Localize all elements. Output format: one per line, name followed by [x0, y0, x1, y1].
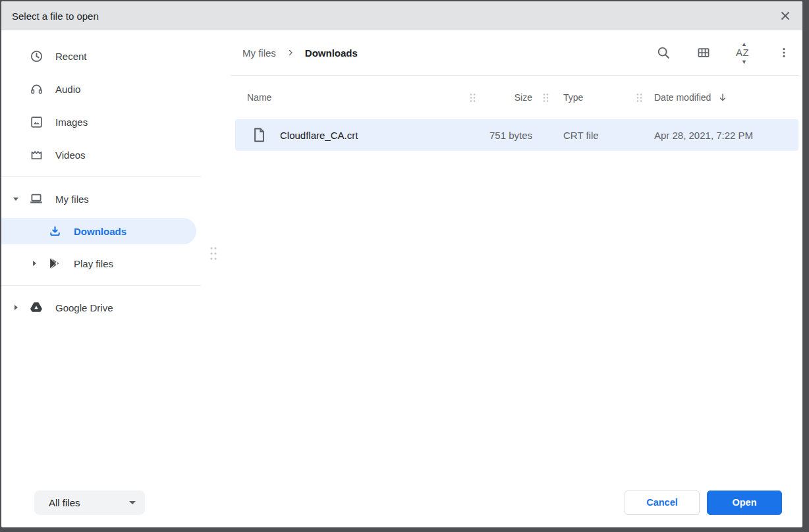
footer-bar: All files Cancel Open [1, 477, 802, 527]
search-icon [656, 45, 671, 60]
title-bar: Select a file to open [1, 1, 802, 30]
column-resize-handle[interactable] [632, 91, 646, 104]
open-button[interactable]: Open [707, 491, 782, 515]
sidebar-item-label: Google Drive [55, 302, 113, 313]
sidebar-item-downloads[interactable]: Downloads [1, 218, 196, 244]
sort-az-icon: AZ▲▼ [735, 45, 752, 61]
headphones-icon [29, 82, 43, 96]
column-header-date-modified[interactable]: Date modified [646, 92, 798, 103]
breadcrumb-my-files[interactable]: My files [242, 47, 276, 59]
chevron-right-icon [30, 259, 38, 267]
sidebar-item-recent[interactable]: Recent [1, 40, 207, 72]
file-list-empty-area [207, 151, 802, 477]
download-icon [47, 225, 62, 238]
table-header: Name Size Type Date modified [235, 76, 798, 119]
grid-view-button[interactable] [690, 40, 717, 66]
file-type-select[interactable]: All files [34, 491, 145, 515]
sidebar-resize-handle[interactable] [208, 245, 219, 262]
chevron-down-icon [12, 195, 20, 203]
chevron-right-icon [12, 304, 20, 311]
sidebar-item-images[interactable]: Images [1, 105, 207, 138]
image-icon [29, 115, 43, 129]
cancel-button[interactable]: Cancel [625, 491, 700, 515]
sort-options-button[interactable]: AZ▲▼ [731, 40, 757, 66]
more-options-button[interactable] [771, 40, 797, 66]
dialog-title: Select a file to open [12, 11, 99, 22]
sidebar-item-label: Videos [55, 149, 86, 161]
dropdown-caret-icon [129, 501, 136, 504]
sidebar-item-play-files[interactable]: Play files [1, 247, 207, 280]
sidebar-item-google-drive[interactable]: Google Drive [1, 291, 207, 324]
column-header-size[interactable]: Size [479, 92, 538, 103]
column-resize-handle[interactable] [538, 91, 553, 104]
sidebar-item-label: Downloads [74, 226, 126, 237]
breadcrumb-downloads[interactable]: Downloads [305, 47, 358, 59]
toolbar: My files Downloads [207, 30, 802, 75]
sidebar: Recent Audio Images [1, 30, 207, 477]
breadcrumb: My files Downloads [242, 47, 358, 59]
close-button[interactable] [776, 7, 795, 25]
sidebar-item-videos[interactable]: Videos [1, 138, 207, 171]
laptop-icon [29, 192, 43, 206]
grid-view-icon [696, 45, 711, 60]
video-icon [29, 148, 43, 162]
sidebar-item-label: Images [55, 117, 88, 128]
column-header-name[interactable]: Name [235, 92, 466, 103]
sort-desc-icon [717, 92, 728, 103]
sidebar-item-label: Play files [74, 258, 113, 269]
breadcrumb-chevron-icon [287, 49, 294, 57]
kebab-menu-icon [777, 46, 791, 59]
column-header-type[interactable]: Type [553, 92, 632, 103]
file-name: Cloudflare_CA.crt [280, 130, 358, 141]
clock-icon [29, 49, 43, 63]
sidebar-item-my-files[interactable]: My files [1, 182, 207, 215]
search-button[interactable] [650, 40, 677, 66]
sidebar-divider [1, 176, 201, 177]
column-resize-handle[interactable] [466, 91, 479, 104]
google-drive-icon [29, 300, 43, 315]
sidebar-item-label: My files [55, 194, 89, 205]
sidebar-item-audio[interactable]: Audio [1, 72, 207, 105]
sidebar-item-label: Recent [55, 51, 87, 62]
sidebar-item-label: Audio [55, 84, 80, 95]
file-size: 751 bytes [479, 130, 538, 141]
sidebar-divider [1, 285, 201, 286]
file-date-modified: Apr 28, 2021, 7:22 PM [646, 130, 798, 141]
file-picker-dialog: Select a file to open Recent Audio [1, 1, 802, 527]
file-type: CRT file [553, 130, 632, 141]
file-list-pane: My files Downloads [207, 30, 802, 477]
toolbar-actions: AZ▲▼ [650, 40, 797, 66]
close-icon [780, 11, 791, 21]
file-row[interactable]: Cloudflare_CA.crt 751 bytes CRT file Apr… [235, 119, 798, 151]
file-icon [253, 128, 265, 142]
file-type-select-value: All files [49, 497, 80, 508]
play-store-icon [47, 256, 62, 271]
